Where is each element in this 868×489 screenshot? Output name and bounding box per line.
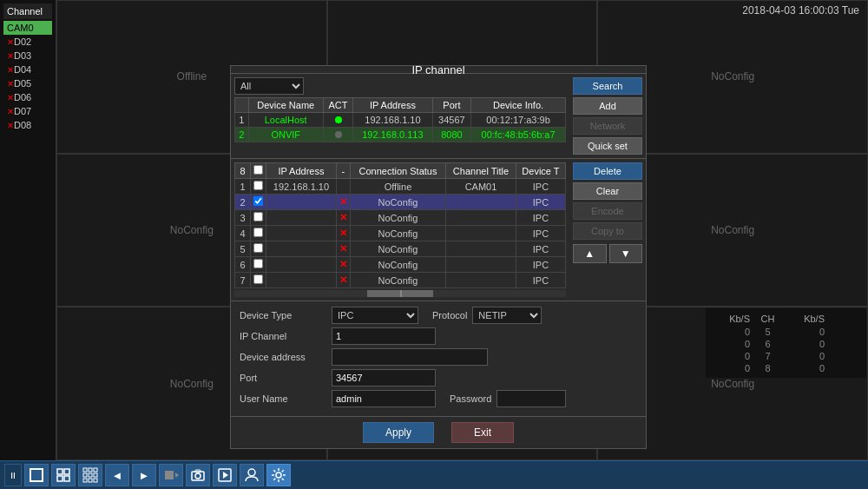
ch3-checkbox[interactable]: [253, 212, 263, 221]
exit-button[interactable]: Exit: [451, 422, 514, 443]
snapshot-button[interactable]: [186, 464, 210, 486]
x-mark-3: ✕: [339, 212, 347, 222]
ch2-checkbox[interactable]: [253, 196, 263, 206]
svg-rect-7: [94, 468, 97, 472]
device-table: Device Name ACT IP Address Port Device I…: [234, 97, 566, 142]
sidebar-item-d03[interactable]: ✕D03: [3, 49, 52, 63]
channel-row-6[interactable]: 6 ✕ NoConfig IPC: [235, 257, 566, 273]
svg-marker-15: [175, 472, 179, 478]
device-type-row: Device Type IPC DVR NVR Protocol NETIP O…: [240, 307, 637, 324]
channel-row-2[interactable]: 2 ✕ NoConfig IPC: [235, 195, 566, 210]
svg-rect-4: [64, 476, 69, 481]
nav-up-button[interactable]: ▲: [573, 244, 607, 263]
apply-button[interactable]: Apply: [363, 422, 434, 443]
ip-channel-row: IP Channel: [240, 327, 637, 345]
noconfig-mid-left: NoConfig: [170, 224, 214, 236]
password-input[interactable]: [496, 390, 566, 407]
noconfig-bot-left: NoConfig: [170, 378, 214, 390]
svg-rect-8: [83, 473, 87, 477]
delete-button[interactable]: Delete: [573, 162, 642, 180]
user-button[interactable]: [240, 464, 264, 486]
encode-button[interactable]: Encode: [573, 202, 642, 220]
playback-button[interactable]: [213, 464, 237, 486]
ip-channel-dialog: IP channel All IPC DVR NVR Device Name: [230, 65, 647, 449]
channel-row-4[interactable]: 4 ✕ NoConfig IPC: [235, 226, 566, 241]
quick-set-button[interactable]: Quick set: [573, 137, 642, 155]
port-label: Port: [240, 373, 326, 383]
channel-row-7[interactable]: 7 ✕ NoConfig IPC: [235, 273, 566, 288]
device-type-select[interactable]: IPC DVR NVR: [332, 307, 418, 324]
sidebar-item-d04[interactable]: ✕D04: [3, 63, 52, 76]
x-mark-4: ✕: [339, 228, 347, 238]
stats-row-0: 0 5 0: [709, 326, 863, 338]
lower-section: 8 IP Address - Connection Status Channel…: [231, 159, 646, 301]
sidebar-header: Channel: [3, 3, 52, 19]
select-all-checkbox[interactable]: [253, 165, 263, 175]
next-button[interactable]: ►: [132, 464, 156, 486]
stats-row-1: 0 6 0: [709, 338, 863, 350]
protocol-select[interactable]: NETIP ONVIF: [472, 307, 542, 324]
sidebar-item-cam0[interactable]: CAM0: [3, 21, 52, 35]
layout-1x1-button[interactable]: [24, 464, 49, 486]
channel-scrollbar[interactable]: [234, 290, 566, 297]
device-row-1[interactable]: 1 LocalHost 192.168.1.10 34567 00:12:17:…: [235, 113, 566, 128]
sidebar-item-d02[interactable]: ✕D02: [3, 35, 52, 49]
scroll-separator: [400, 290, 402, 297]
stats-headers: Kb/S CH Kb/S: [709, 312, 863, 326]
prev-button[interactable]: ◄: [105, 464, 129, 486]
port-row: Port: [240, 369, 637, 387]
dialog-footer: Apply Exit: [231, 416, 646, 448]
password-label: Password: [450, 393, 491, 404]
svg-point-21: [248, 469, 255, 476]
network-button[interactable]: Network: [573, 117, 642, 135]
sidebar-item-d05[interactable]: ✕D05: [3, 76, 52, 90]
search-button[interactable]: Search: [573, 77, 642, 95]
filter-dropdown[interactable]: All IPC DVR NVR: [234, 77, 304, 95]
ch4-checkbox[interactable]: [253, 228, 263, 237]
svg-rect-2: [64, 469, 69, 474]
settings-button[interactable]: [266, 464, 291, 486]
copy-to-button[interactable]: Copy to: [573, 222, 642, 240]
svg-point-17: [195, 473, 201, 479]
stats-header-kbps1: Kb/S: [711, 314, 750, 324]
device-address-row: Device address: [240, 348, 637, 366]
sidebar-item-d07[interactable]: ✕D07: [3, 104, 52, 118]
stats-row-3: 0 8 0: [709, 362, 863, 374]
layout-4split-button[interactable]: [51, 464, 76, 486]
x-mark-2: ✕: [339, 196, 347, 207]
svg-marker-20: [223, 472, 228, 479]
record-button[interactable]: [159, 464, 183, 486]
svg-rect-6: [89, 468, 92, 472]
channel-row-1[interactable]: 1 192.168.1.10 Offline CAM01 IPC: [235, 179, 566, 195]
layout-9split-button[interactable]: [78, 464, 102, 486]
noconfig-top-right: NoConfig: [711, 70, 754, 83]
device-type-label: Device Type: [240, 310, 326, 320]
act-dot-2: [335, 131, 342, 138]
device-row-2[interactable]: 2 ONVIF 192.168.0.113 8080 00:fc:48:b5:6…: [235, 128, 566, 142]
username-input[interactable]: [332, 390, 436, 407]
x-mark-5: ✕: [339, 243, 347, 254]
upper-section: All IPC DVR NVR Device Name ACT IP Addre…: [231, 74, 646, 159]
ch1-checkbox[interactable]: [253, 181, 263, 190]
ch6-checkbox[interactable]: [253, 259, 263, 268]
taskbar: ⏸ ◄ ►: [0, 460, 868, 489]
svg-rect-9: [89, 473, 92, 477]
act-dot-1: [335, 116, 342, 123]
device-address-input[interactable]: [332, 348, 488, 366]
stats-header-ch: CH: [757, 314, 779, 324]
channel-row-3[interactable]: 3 ✕ NoConfig IPC: [235, 210, 566, 226]
sidebar-item-d06[interactable]: ✕D06: [3, 90, 52, 104]
ch7-checkbox[interactable]: [253, 274, 263, 284]
add-button[interactable]: Add: [573, 97, 642, 115]
channel-row-5[interactable]: 5 ✕ NoConfig IPC: [235, 241, 566, 257]
sidebar-item-d08[interactable]: ✕D08: [3, 118, 52, 132]
nav-down-button[interactable]: ▼: [609, 244, 643, 263]
svg-rect-12: [89, 479, 92, 482]
taskbar-indicator[interactable]: ⏸: [4, 464, 22, 486]
port-input[interactable]: [332, 369, 436, 387]
ip-channel-input[interactable]: [332, 327, 436, 345]
ip-channel-label: IP Channel: [240, 331, 326, 341]
nav-buttons-row: ▲ ▼: [573, 244, 642, 263]
ch5-checkbox[interactable]: [253, 243, 263, 253]
clear-button[interactable]: Clear: [573, 182, 642, 200]
